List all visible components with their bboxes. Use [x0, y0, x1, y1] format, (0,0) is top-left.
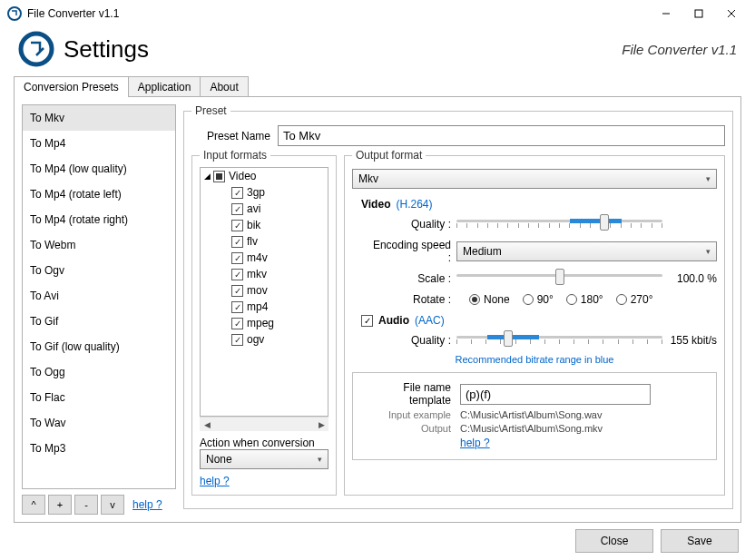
checkbox[interactable] [231, 187, 243, 199]
preset-item[interactable]: To Gif [23, 309, 175, 334]
collapse-icon[interactable]: ◢ [204, 172, 213, 181]
preset-name-input[interactable] [278, 125, 725, 146]
checkbox[interactable] [231, 203, 243, 215]
preset-item[interactable]: To Mp4 (rotate left) [23, 182, 175, 207]
tree-item[interactable]: bik [201, 217, 328, 233]
minimize-button[interactable] [650, 1, 682, 26]
tree-item[interactable]: m4v [201, 250, 328, 266]
close-button[interactable] [715, 1, 748, 26]
preset-item[interactable]: To Mkv [23, 105, 175, 131]
tree-item[interactable]: flv [201, 233, 328, 250]
preset-list[interactable]: To Mkv To Mp4 To Mp4 (low quality) To Mp… [22, 104, 176, 489]
move-down-button[interactable]: v [101, 495, 124, 515]
tab-application[interactable]: Application [128, 76, 201, 97]
output-example-label: Output [360, 423, 460, 434]
preset-name-label: Preset Name [191, 130, 278, 142]
svg-rect-2 [695, 10, 702, 17]
preset-item[interactable]: To Wav [23, 410, 175, 436]
audio-enable-checkbox[interactable] [361, 315, 373, 327]
preset-item[interactable]: To Mp3 [23, 436, 175, 461]
input-example-value: C:\Music\Artist\Album\Song.wav [460, 409, 603, 420]
preset-item[interactable]: To Mp4 (rotate right) [23, 207, 175, 232]
tab-about[interactable]: About [200, 76, 248, 97]
page-header: Settings File Converter v1.1 [0, 27, 755, 76]
filename-template-input[interactable] [460, 384, 651, 405]
preset-item[interactable]: To Ogv [23, 258, 175, 283]
rotate-270[interactable]: 270° [616, 293, 653, 306]
dialog-footer: Close Save [0, 524, 755, 558]
help-link[interactable]: help ? [460, 437, 490, 449]
tab-conversion-presets[interactable]: Conversion Presets [14, 76, 129, 97]
presets-column: To Mkv To Mp4 To Mp4 (low quality) To Mp… [22, 104, 176, 515]
help-link[interactable]: help ? [200, 475, 328, 487]
preset-list-buttons: ^ + - v help ? [22, 495, 176, 515]
rotate-label: Rotate : [370, 293, 456, 306]
checkbox[interactable] [231, 252, 243, 264]
tree-item[interactable]: mp4 [201, 299, 328, 315]
tree-item[interactable]: mpeg [201, 315, 328, 331]
add-preset-button[interactable]: + [48, 495, 72, 515]
preset-item[interactable]: To Avi [23, 283, 175, 309]
maximize-button[interactable] [682, 1, 715, 26]
page-title: Settings [64, 35, 622, 64]
tree-item[interactable]: 3gp [201, 184, 328, 201]
output-format-combo[interactable]: Mkv ▾ [352, 169, 717, 189]
help-link[interactable]: help ? [132, 498, 162, 511]
tree-item[interactable]: avi [201, 201, 328, 217]
audio-codec: (AAC) [415, 314, 445, 327]
app-logo [18, 31, 54, 67]
preset-item[interactable]: To Gif (low quality) [23, 334, 175, 359]
tab-strip: Conversion Presets Application About [0, 76, 755, 97]
checkbox[interactable] [231, 334, 243, 346]
move-up-button[interactable]: ^ [22, 495, 45, 515]
bitrate-recommendation: Recommended bitrate range in blue [352, 354, 717, 365]
scale-row: Scale : 100.0 % [370, 270, 717, 288]
encoding-speed-row: Encoding speed : Medium ▾ [370, 239, 717, 264]
output-format-legend: Output format [352, 149, 426, 162]
tab-panel: To Mkv To Mp4 To Mp4 (low quality) To Mp… [14, 96, 741, 523]
video-quality-label: Quality : [370, 218, 456, 231]
rotate-90[interactable]: 90° [523, 293, 554, 306]
rotate-none[interactable]: None [469, 293, 510, 306]
checkbox[interactable] [231, 285, 243, 297]
chevron-down-icon: ▾ [318, 455, 322, 464]
encoding-speed-combo[interactable]: Medium ▾ [456, 241, 717, 261]
checkbox-video-group[interactable] [213, 171, 225, 182]
action-combo[interactable]: None ▾ [200, 449, 328, 469]
checkbox[interactable] [231, 269, 243, 280]
preset-item[interactable]: To Ogg [23, 359, 175, 385]
tree-item[interactable]: mov [201, 282, 328, 299]
tree-group-video[interactable]: ◢ Video [201, 168, 328, 184]
audio-quality-slider[interactable] [456, 331, 662, 349]
chevron-down-icon: ▾ [706, 174, 711, 183]
tree-item[interactable]: ogv [201, 331, 328, 348]
preset-item[interactable]: To Mp4 (low quality) [23, 156, 175, 182]
checkbox[interactable] [231, 220, 243, 231]
page-subtitle: File Converter v1.1 [622, 42, 737, 57]
tree-item[interactable]: mkv [201, 266, 328, 282]
preset-item[interactable]: To Flac [23, 385, 175, 410]
checkbox[interactable] [231, 236, 243, 248]
format-tree[interactable]: ◢ Video 3gp avi bik flv m4v mkv mov mp4 [200, 167, 328, 417]
input-example-label: Input example [360, 409, 460, 420]
checkbox[interactable] [231, 318, 243, 329]
remove-preset-button[interactable]: - [74, 495, 98, 515]
horizontal-scrollbar[interactable]: ◀▶ [200, 417, 328, 431]
video-codec: (H.264) [396, 198, 432, 211]
filename-fieldset: File name template Input example C:\Musi… [352, 372, 717, 460]
close-dialog-button[interactable]: Close [575, 529, 653, 553]
output-format-value: Mkv [358, 172, 378, 185]
checkbox[interactable] [231, 301, 243, 313]
svg-point-0 [8, 7, 21, 20]
save-button[interactable]: Save [661, 529, 739, 553]
app-icon [7, 6, 22, 21]
preset-item[interactable]: To Mp4 [23, 131, 175, 156]
svg-point-5 [21, 34, 52, 64]
scale-slider[interactable] [456, 270, 662, 288]
rotate-180[interactable]: 180° [566, 293, 603, 306]
rotate-row: Rotate : None 90° 180° 270° [370, 293, 717, 306]
audio-heading: Audio [378, 314, 409, 327]
video-section-header: Video (H.264) [361, 198, 717, 211]
preset-item[interactable]: To Webm [23, 232, 175, 258]
video-quality-slider[interactable] [456, 215, 662, 233]
